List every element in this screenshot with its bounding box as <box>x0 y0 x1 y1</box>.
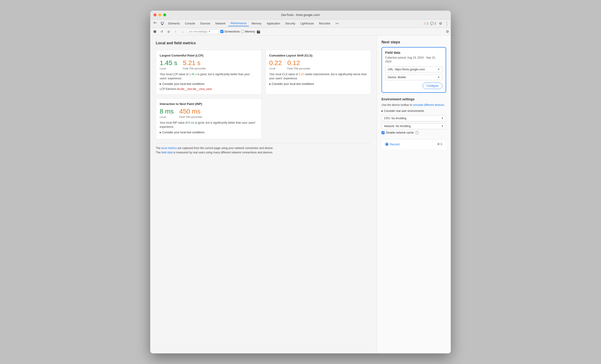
next-steps-title: Next steps <box>381 40 446 44</box>
tab-security[interactable]: Security <box>283 21 298 26</box>
cls-field-label: Field 75th percentile <box>287 67 310 70</box>
inp-local: 8 ms Local <box>160 108 174 118</box>
cls-card-title: Cumulative Layout Shift (CLS) <box>269 54 367 57</box>
inp-description: Your local INP value of 8 ms is good, bu… <box>160 121 258 129</box>
inp-expandable[interactable]: Consider your local test conditions <box>160 131 258 134</box>
inp-field-label: Field 75th percentile <box>179 116 202 118</box>
simulate-devices-link[interactable]: simulate different devices <box>413 103 444 107</box>
svg-rect-0 <box>154 22 155 23</box>
recordings-dropdown[interactable]: (no recordings) ▼ <box>187 29 219 34</box>
message-icon: 💬 <box>430 22 434 25</box>
inp-local-label: Local <box>160 116 174 118</box>
film-icon: 🎬 <box>256 30 260 33</box>
inp-inline-value: 8 ms <box>188 121 194 124</box>
cpu-dropdown-arrow-icon: ▼ <box>441 117 444 119</box>
record-dot-inner-icon <box>386 143 388 145</box>
inp-field: 450 ms Field 75th percentile <box>179 108 202 118</box>
cls-local-value: 0.22 <box>269 59 282 67</box>
lcp-field-label: Field 75th percentile <box>183 67 206 70</box>
settings-icon[interactable]: ⚙ <box>439 21 442 26</box>
cls-inline-value: 0.22 <box>299 73 304 76</box>
close-button[interactable] <box>153 13 157 16</box>
inp-field-value: 450 ms <box>179 108 202 115</box>
tab-more[interactable]: >> <box>333 21 341 26</box>
network-dropdown[interactable]: Network: No throttling ▼ <box>381 123 446 129</box>
devtools-window: DevTools - fonts.google.com/ Elements Co… <box>150 11 451 353</box>
device-dropdown[interactable]: Device: Mobile ▼ <box>385 74 442 80</box>
record-dot-icon <box>385 143 389 146</box>
minimize-button[interactable] <box>158 13 161 16</box>
help-icon[interactable]: ? <box>415 131 419 135</box>
url-dropdown-arrow-icon: ▼ <box>438 68 440 71</box>
window-controls <box>153 13 166 16</box>
field-data-link[interactable]: field data <box>161 151 173 154</box>
lcp-field-value: 5.21 s <box>183 59 206 67</box>
inp-card-title: Interaction to Next Paint (INP) <box>160 102 258 106</box>
more-options-icon[interactable]: ⋮ <box>445 21 449 26</box>
lcp-inline-value: 1.45 s <box>189 73 197 76</box>
footer-line2: The field data is measured by real users… <box>156 150 371 155</box>
tab-application[interactable]: Application <box>264 21 282 26</box>
reload-button[interactable]: ↺ <box>159 29 165 34</box>
dropdown-arrow-icon: ▼ <box>208 30 211 33</box>
device-icon[interactable] <box>159 20 165 27</box>
inp-values: 8 ms Local 450 ms Field 75th percentile <box>160 108 258 118</box>
disable-cache-checkbox[interactable] <box>381 131 384 134</box>
performance-toolbar: ↺ ⊘ ↑ ↓ (no recordings) ▼ Screenshots Me… <box>150 28 451 36</box>
screenshots-checkbox[interactable]: Screenshots <box>220 30 240 33</box>
selector-icon[interactable] <box>152 20 159 27</box>
warning-badge[interactable]: ⚠ 1 <box>423 22 429 25</box>
footer-line1: The local metrics are captured from the … <box>156 146 371 150</box>
env-description: Use the device toolbar to simulate diffe… <box>381 103 446 107</box>
cls-local: 0.22 Local <box>269 59 282 70</box>
configure-button[interactable]: Configure <box>423 83 442 89</box>
field-data-title: Field data <box>385 51 442 54</box>
tab-console[interactable]: Console <box>182 21 197 26</box>
cls-values: 0.22 Local 0.12 Field 75th percentile <box>269 59 367 70</box>
download-button[interactable]: ↓ <box>180 29 185 34</box>
lcp-local-value: 1.45 s <box>160 59 177 67</box>
env-title: Environment settings <box>381 97 446 101</box>
lcp-card: Largest Contentful Paint (LCP) 1.45 s Lo… <box>156 50 262 95</box>
tab-network[interactable]: Network <box>213 21 228 26</box>
tab-recorder[interactable]: Recorder <box>317 21 333 26</box>
cls-expandable[interactable]: Consider your local test conditions <box>269 82 367 86</box>
tab-lighthouse[interactable]: Lighthouse <box>298 21 316 26</box>
tab-performance[interactable]: Performance <box>228 21 249 26</box>
clear-button[interactable]: ⊘ <box>166 29 171 34</box>
lcp-element: LCP Element div.tile__text.tile__inria_s… <box>160 88 258 91</box>
warning-icon: ⚠ <box>423 22 426 25</box>
lcp-description: Your local LCP value of 1.45 s is good, … <box>160 72 258 80</box>
environment-section: Environment settings Use the device tool… <box>381 97 446 135</box>
cls-field: 0.12 Field 75th percentile <box>287 59 310 70</box>
url-dropdown[interactable]: URL: https://fonts.google.com/ ▼ <box>385 66 442 72</box>
cls-local-label: Local <box>269 67 282 70</box>
record-button-main[interactable]: Record <box>385 143 400 146</box>
section-title: Local and field metrics <box>156 41 371 45</box>
env-expandable[interactable]: Consider real user environments <box>381 109 446 113</box>
toolbar-settings-icon[interactable]: ⚙ <box>446 30 449 34</box>
inp-local-value: 8 ms <box>160 108 174 115</box>
record-button[interactable] <box>152 29 158 34</box>
lcp-values: 1.45 s Local 5.21 s Field 75th percentil… <box>160 59 258 70</box>
local-metrics-link[interactable]: local metrics <box>161 147 177 150</box>
message-badge[interactable]: 💬 2 <box>430 22 436 25</box>
svg-rect-3 <box>162 24 163 25</box>
memory-checkbox[interactable]: Memory <box>241 30 255 33</box>
tab-memory[interactable]: Memory <box>249 21 264 26</box>
lcp-local: 1.45 s Local <box>160 59 177 70</box>
field-data-card: Field data Collection period: Aug 19, 20… <box>381 47 446 93</box>
upload-button[interactable]: ↑ <box>173 29 178 34</box>
title-bar: DevTools - fonts.google.com/ <box>150 11 451 19</box>
tab-elements[interactable]: Elements <box>166 21 182 26</box>
lcp-local-label: Local <box>160 67 177 70</box>
maximize-button[interactable] <box>163 13 166 16</box>
cpu-dropdown[interactable]: CPU: No throttling ▼ <box>381 115 446 121</box>
inp-card: Interaction to Next Paint (INP) 8 ms Loc… <box>156 98 262 139</box>
left-panel: Local and field metrics Largest Contentf… <box>150 36 377 353</box>
warnings-area: ⚠ 1 💬 2 ⚙ ⋮ <box>423 21 449 26</box>
tab-sources[interactable]: Sources <box>198 21 212 26</box>
lcp-expandable[interactable]: Consider your local test conditions <box>160 82 258 86</box>
lcp-element-link[interactable]: div.tile__text.tile__inria_sans <box>177 88 212 91</box>
svg-rect-2 <box>161 22 163 24</box>
